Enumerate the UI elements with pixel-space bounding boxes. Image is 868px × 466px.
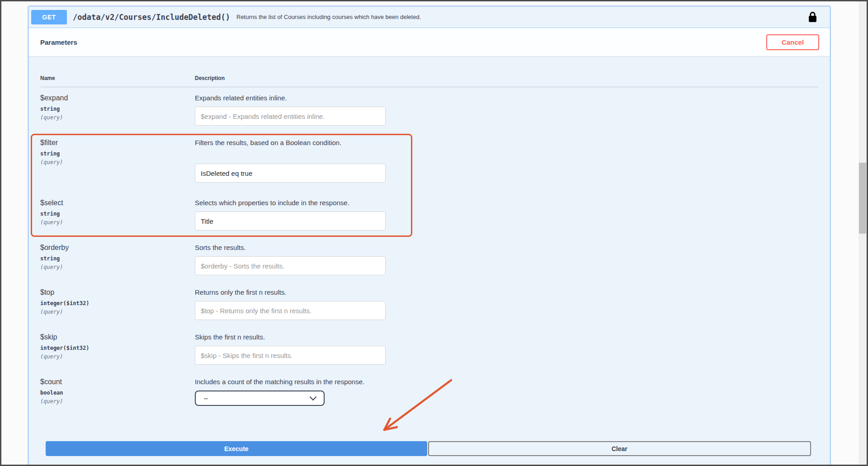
parameter-type: string: [40, 151, 195, 157]
parameter-description: Includes a count of the matching results…: [195, 377, 818, 386]
cancel-button[interactable]: Cancel: [766, 34, 819, 50]
parameter-description: Selects which properties to include in t…: [195, 198, 818, 207]
parameter-location: (query): [40, 159, 195, 165]
param-row-expand: $expand string (query) Expands related e…: [40, 87, 818, 132]
parameter-value-input[interactable]: [195, 164, 386, 183]
parameter-description: Returns only the first n results.: [195, 288, 818, 297]
parameter-location: (query): [40, 114, 195, 121]
parameter-location: (query): [40, 398, 195, 405]
parameter-name: $orderby: [40, 243, 195, 252]
parameter-type: string: [40, 255, 195, 262]
name-column-header: Name: [40, 75, 195, 81]
parameter-name: $expand: [40, 94, 195, 103]
parameter-description: Filters the results, based on a Boolean …: [195, 138, 818, 147]
parameter-select[interactable]: --: [195, 391, 325, 406]
parameter-description: Expands related entities inline.: [195, 94, 818, 103]
endpoint-path: /odata/v2/Courses/IncludeDeleted(): [73, 13, 230, 22]
chevron-down-icon: [310, 394, 317, 401]
parameters-section-header: Parameters Cancel: [28, 28, 830, 56]
param-row-skip: $skip integer($int32) (query) Skips the …: [40, 326, 818, 371]
lock-icon: [808, 11, 817, 23]
parameter-type: boolean: [40, 390, 195, 396]
operation-block: GET /odata/v2/Courses/IncludeDeleted() R…: [28, 6, 830, 466]
authorize-button[interactable]: [808, 11, 817, 23]
parameters-title: Parameters: [40, 38, 77, 46]
param-row-top: $top integer($int32) (query) Returns onl…: [40, 282, 818, 326]
parameters-table: Name Description $expand string (query) …: [28, 56, 830, 456]
parameter-name: $skip: [40, 333, 195, 342]
param-row-select: $select string (query) Selects which pro…: [40, 192, 818, 237]
parameter-location: (query): [40, 353, 195, 360]
parameter-value-input[interactable]: [195, 301, 386, 320]
execute-wrapper: Execute Clear: [46, 441, 811, 456]
parameter-type: integer($int32): [40, 345, 195, 351]
parameter-name: $top: [40, 288, 195, 297]
parameter-type: string: [40, 211, 195, 217]
parameters-rows: $expand string (query) Expands related e…: [40, 87, 818, 412]
parameter-value-input[interactable]: [195, 107, 386, 126]
endpoint-description: Returns the list of Courses including co…: [236, 14, 421, 20]
operation-summary[interactable]: GET /odata/v2/Courses/IncludeDeleted() R…: [28, 6, 830, 28]
parameter-type: integer($int32): [40, 300, 195, 306]
parameter-name: $select: [40, 198, 195, 207]
parameter-location: (query): [40, 219, 195, 226]
parameter-name: $filter: [40, 138, 195, 147]
scrollbar-thumb[interactable]: [859, 163, 866, 234]
clear-button[interactable]: Clear: [428, 441, 811, 456]
parameter-location: (query): [40, 309, 195, 315]
selected-option: --: [204, 395, 208, 402]
scrollbar-track[interactable]: [859, 1, 867, 465]
swagger-ui-viewport: GET /odata/v2/Courses/IncludeDeleted() R…: [0, 0, 868, 466]
param-row-orderby: $orderby string (query) Sorts the result…: [40, 237, 818, 282]
description-column-header: Description: [195, 75, 225, 81]
parameter-value-input[interactable]: [195, 256, 386, 275]
execute-button[interactable]: Execute: [46, 441, 427, 456]
param-row-filter: $filter string (query) Filters the resul…: [40, 132, 818, 192]
parameter-location: (query): [40, 264, 195, 270]
parameters-table-header: Name Description: [40, 69, 818, 87]
parameter-type: string: [40, 106, 195, 112]
parameter-value-input[interactable]: [195, 346, 386, 365]
parameter-description: Skips the first n results.: [195, 333, 818, 342]
parameter-description: Sorts the results.: [195, 243, 818, 252]
param-row-count: $count boolean (query) Includes a count …: [40, 371, 818, 412]
http-method-badge: GET: [31, 10, 67, 24]
parameter-name: $count: [40, 377, 195, 386]
parameter-value-input[interactable]: [195, 212, 386, 231]
